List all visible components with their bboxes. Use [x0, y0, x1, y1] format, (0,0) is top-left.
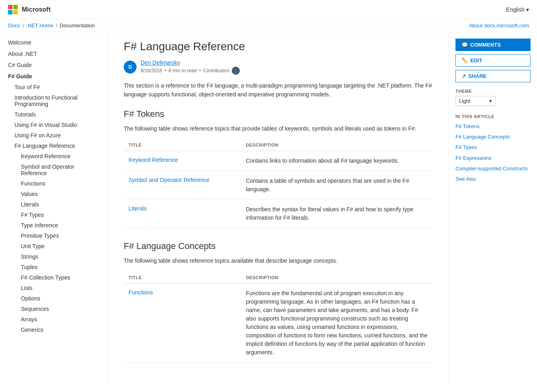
author-avatar: D: [124, 61, 137, 74]
breadcrumb-nethome[interactable]: .NET Home: [26, 22, 53, 29]
sidebar-item-tuples[interactable]: Tuples: [0, 262, 107, 272]
sidebar-item-arrays[interactable]: Arrays: [0, 314, 107, 325]
in-article-link[interactable]: F# Types: [455, 144, 531, 151]
sidebar-item-collection-types[interactable]: F# Collection Types: [0, 272, 107, 283]
theme-section: THEME Light ▾: [455, 89, 531, 106]
concepts-col-title: TITLE: [124, 272, 241, 284]
in-article-section: IN THIS ARTICLE F# TokensF# Language Con…: [455, 114, 531, 183]
table-row: Keyword Reference Contains links to info…: [124, 151, 433, 171]
edit-label: EDIT: [470, 57, 482, 63]
sidebar-item-values[interactable]: Values: [0, 189, 107, 199]
token-link[interactable]: Symbol and Operator Reference: [129, 177, 210, 183]
top-bar-left: Microsoft: [8, 5, 51, 14]
sidebar-item-keyword-ref[interactable]: Keyword Reference: [0, 151, 107, 161]
token-link[interactable]: Literals: [129, 205, 147, 212]
language-chevron-icon: ▾: [526, 6, 529, 13]
concepts-col-desc: DESCRIPTION: [241, 272, 433, 284]
concept-title-cell: Functions: [124, 283, 241, 362]
concept-link[interactable]: Functions: [129, 289, 153, 296]
token-title-cell: Symbol and Operator Reference: [124, 171, 241, 200]
share-button[interactable]: ↗ SHARE: [455, 70, 531, 82]
sidebar-item-sequences[interactable]: Sequences: [0, 304, 107, 314]
article-intro: This section is a reference to the F# la…: [124, 81, 433, 99]
theme-label: THEME: [455, 89, 531, 94]
in-article-link[interactable]: F# Tokens: [455, 123, 531, 130]
top-bar-right: English ▾: [506, 6, 529, 13]
token-title-cell: Literals: [124, 200, 241, 228]
sidebar-item-intro-functional[interactable]: Introduction to Functional Programming: [0, 92, 107, 109]
logo-yellow: [13, 10, 18, 14]
author-name[interactable]: Den Delimarsky: [141, 59, 240, 66]
article-title: F# Language Reference: [124, 40, 433, 53]
theme-chevron-icon: ▾: [489, 98, 492, 104]
edit-icon: ✏️: [461, 57, 468, 63]
share-label: SHARE: [468, 73, 487, 79]
microsoft-logo: [8, 5, 18, 14]
sidebar-item-options[interactable]: Options: [0, 293, 107, 304]
token-link[interactable]: Keyword Reference: [129, 157, 178, 163]
contributor-icon: 👤: [232, 67, 240, 75]
token-desc: Describes the syntax for literal values …: [246, 206, 413, 221]
table-row: Literals Describes the syntax for litera…: [124, 200, 433, 228]
comments-icon: 💬: [461, 42, 468, 48]
contributors-label: Contributors: [203, 68, 229, 74]
sidebar-item-literals[interactable]: Literals: [0, 199, 107, 210]
breadcrumb-bar: Docs \ .NET Home \ Documentation About d…: [0, 19, 537, 32]
breadcrumb-sep1: \: [22, 22, 24, 29]
breadcrumb-docs[interactable]: Docs: [8, 22, 20, 29]
sidebar-item-fsharp-types[interactable]: F# Types: [0, 210, 107, 220]
edit-button[interactable]: ✏️ EDIT: [455, 54, 531, 67]
token-desc-cell: Contains links to information about all …: [241, 151, 433, 171]
top-bar: Microsoft English ▾: [0, 0, 537, 19]
main-layout: Welcome About .NET C# Guide F# Guide Tou…: [0, 32, 537, 386]
sidebar-item-symbol-op-ref[interactable]: Symbol and Operator Reference: [0, 161, 107, 178]
concepts-desc: The following table shows reference topi…: [124, 256, 433, 265]
tokens-col-desc: DESCRIPTION: [241, 139, 433, 151]
sidebar-item-functions[interactable]: Functions: [0, 178, 107, 189]
sidebar-item-primitive-types[interactable]: Primitive Types: [0, 231, 107, 241]
comments-label: COMMENTS: [470, 42, 501, 48]
sidebar-item-about-net[interactable]: About .NET: [0, 48, 107, 59]
sidebar-item-tour-of-fsharp[interactable]: Tour of F#: [0, 82, 107, 92]
in-article-links: F# TokensF# Language ConceptsF# TypesF# …: [455, 123, 531, 183]
in-article-link[interactable]: See Also: [455, 176, 531, 183]
tokens-desc: The following table shows reference topi…: [124, 124, 433, 133]
sidebar-item-strings[interactable]: Strings: [0, 251, 107, 262]
token-title-cell: Keyword Reference: [124, 151, 241, 171]
about-docs-link[interactable]: About docs.microsoft.com: [469, 22, 529, 29]
sidebar-item-csharp-guide[interactable]: C# Guide: [0, 59, 107, 71]
sidebar-item-tutorials[interactable]: Tutorials: [0, 109, 107, 120]
sidebar-item-azure[interactable]: Using F# on Azure: [0, 130, 107, 141]
theme-value: Light: [459, 98, 470, 104]
breadcrumb: Docs \ .NET Home \ Documentation: [8, 22, 95, 29]
author-row: D Den Delimarsky 8/16/2016 • 8 min to re…: [124, 59, 433, 75]
token-desc: Contains links to information about all …: [246, 157, 399, 164]
token-desc-cell: Describes the syntax for literal values …: [241, 200, 433, 228]
theme-select[interactable]: Light ▾: [455, 96, 496, 106]
tokens-table: TITLE DESCRIPTION Keyword Reference Cont…: [124, 139, 433, 228]
tokens-heading: F# Tokens: [124, 109, 433, 119]
token-desc: Contains a table of symbols and operator…: [246, 178, 409, 192]
sidebar-item-type-inference[interactable]: Type Inference: [0, 220, 107, 231]
sidebar-fsharp-guide-header: F# Guide: [0, 71, 107, 82]
breadcrumb-sep2: \: [56, 22, 57, 29]
contributors-sep: •: [199, 68, 201, 74]
in-article-link[interactable]: F# Expressions: [455, 155, 531, 162]
sidebar-item-fsharp-lang-ref[interactable]: F# Language Reference: [0, 141, 107, 151]
in-article-link[interactable]: F# Language Concepts: [455, 133, 531, 141]
comments-button[interactable]: 💬 COMMENTS: [455, 39, 531, 51]
breadcrumb-current: Documentation: [60, 22, 95, 29]
sidebar-item-unit-type[interactable]: Unit Type: [0, 241, 107, 251]
in-article-link[interactable]: Compiler-supported Constructs: [455, 165, 531, 172]
concepts-heading: F# Language Concepts: [124, 241, 433, 251]
sidebar-item-generics[interactable]: Generics: [0, 325, 107, 335]
logo-green: [13, 5, 18, 9]
language-selector[interactable]: English ▾: [506, 6, 529, 13]
author-info: Den Delimarsky 8/16/2016 • 8 min to read…: [141, 59, 240, 75]
brand-name: Microsoft: [22, 6, 51, 13]
sidebar-item-welcome[interactable]: Welcome: [0, 37, 107, 48]
concept-desc: Functions are the fundamental unit of pr…: [246, 290, 427, 355]
read-time: 8 min to read: [169, 68, 197, 74]
sidebar-item-lists[interactable]: Lists: [0, 283, 107, 293]
sidebar-item-visual-studio[interactable]: Using F# in Visual Studio: [0, 120, 107, 130]
